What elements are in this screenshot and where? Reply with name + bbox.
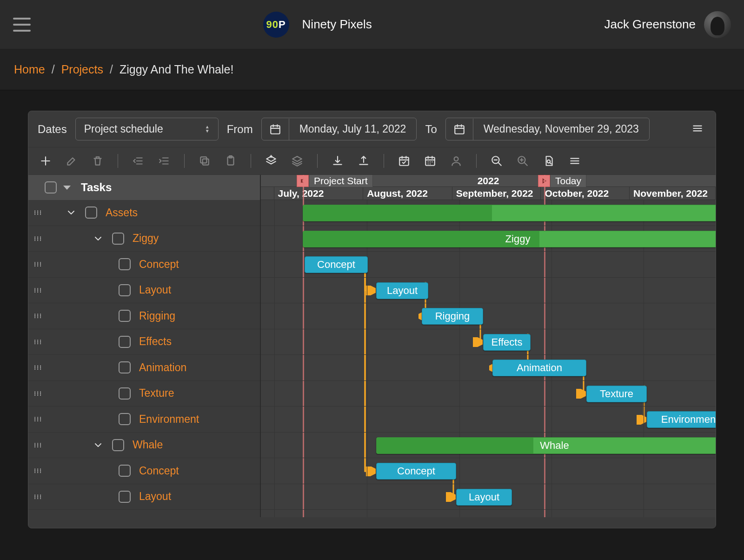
gantt-bar-env[interactable]: Environment bbox=[647, 411, 716, 428]
drag-handle-icon[interactable]: ⁞⁞⁞ bbox=[34, 467, 42, 474]
outdent-button[interactable] bbox=[131, 154, 145, 168]
gantt-bar-assets[interactable] bbox=[303, 205, 716, 221]
zoom-out-button[interactable] bbox=[490, 154, 504, 168]
task-checkbox[interactable] bbox=[119, 465, 131, 477]
avatar[interactable] bbox=[704, 11, 731, 38]
gantt-bar-effects[interactable]: Effects bbox=[483, 334, 531, 351]
svg-rect-3 bbox=[200, 157, 206, 163]
task-checkbox[interactable] bbox=[112, 439, 124, 451]
drag-handle-icon[interactable]: ⁞⁞⁞ bbox=[34, 312, 42, 320]
export-button[interactable] bbox=[357, 154, 371, 168]
task-checkbox[interactable] bbox=[119, 491, 131, 503]
paste-button[interactable] bbox=[224, 154, 238, 168]
gantt-bar-layout[interactable]: Layout bbox=[376, 282, 428, 299]
calendar-grid-button[interactable] bbox=[423, 154, 437, 168]
gantt-bar-whale[interactable]: Whale bbox=[376, 437, 716, 454]
gantt-chart[interactable]: 2022 Project Start Today July, 2022Augus… bbox=[261, 175, 716, 517]
task-checkbox[interactable] bbox=[119, 361, 131, 373]
gantt-bar-rigging[interactable]: Rigging bbox=[422, 308, 483, 325]
layers-add-button[interactable] bbox=[264, 154, 278, 168]
gantt-bar-ziggy[interactable]: Ziggy bbox=[303, 231, 716, 247]
calendar-icon bbox=[446, 119, 473, 140]
task-link[interactable]: Texture bbox=[139, 387, 174, 400]
task-row-texture[interactable]: ⁞⁞⁞Texture bbox=[28, 381, 260, 407]
task-checkbox[interactable] bbox=[119, 258, 131, 270]
indent-button[interactable] bbox=[157, 154, 171, 168]
drag-handle-icon[interactable]: ⁞⁞⁞ bbox=[34, 415, 42, 423]
task-checkbox[interactable] bbox=[119, 387, 131, 400]
calendar-check-button[interactable] bbox=[397, 154, 411, 168]
task-link[interactable]: Assets bbox=[106, 207, 138, 219]
expand-toggle-icon[interactable] bbox=[93, 233, 104, 245]
gantt-bar-concept[interactable]: Concept bbox=[305, 256, 368, 273]
task-row-assets[interactable]: ⁞⁞⁞Assets bbox=[28, 200, 260, 226]
gantt-bar-animation[interactable]: Animation bbox=[492, 360, 586, 376]
delete-button[interactable] bbox=[91, 154, 105, 168]
toolbar bbox=[28, 147, 716, 175]
drag-handle-icon[interactable]: ⁞⁞⁞ bbox=[34, 338, 42, 346]
from-date-picker[interactable]: Monday, July 11, 2022 bbox=[261, 118, 417, 140]
gantt-bar-texture[interactable]: Texture bbox=[586, 386, 647, 402]
drag-handle-icon[interactable]: ⁞⁞⁞ bbox=[34, 260, 42, 268]
expand-toggle-icon[interactable] bbox=[93, 439, 104, 451]
task-link[interactable]: Ziggy bbox=[133, 232, 159, 245]
drag-handle-icon[interactable]: ⁞⁞⁞ bbox=[34, 287, 42, 294]
task-checkbox[interactable] bbox=[119, 284, 131, 296]
task-row-wconcept[interactable]: ⁞⁞⁞Concept bbox=[28, 458, 260, 484]
task-link[interactable]: Whale bbox=[133, 439, 163, 451]
task-row-ziggy[interactable]: ⁞⁞⁞Ziggy bbox=[28, 226, 260, 252]
gantt-bar-wconcept[interactable]: Concept bbox=[376, 463, 456, 480]
month-cell: September, 2022 bbox=[452, 187, 541, 200]
task-checkbox[interactable] bbox=[119, 336, 131, 348]
task-row-rigging[interactable]: ⁞⁞⁞Rigging bbox=[28, 303, 260, 329]
main-menu-button[interactable] bbox=[13, 18, 31, 32]
drag-handle-icon[interactable]: ⁞⁞⁞ bbox=[34, 493, 42, 500]
task-link[interactable]: Environment bbox=[139, 413, 199, 426]
task-link[interactable]: Rigging bbox=[139, 310, 175, 322]
task-link[interactable]: Concept bbox=[139, 465, 179, 477]
user-menu[interactable]: Jack Greenstone bbox=[604, 11, 731, 38]
task-checkbox[interactable] bbox=[119, 413, 131, 425]
task-link[interactable]: Layout bbox=[139, 284, 171, 296]
schedule-select[interactable]: Project schedule ▲▼ bbox=[75, 118, 219, 140]
task-row-wlayout[interactable]: ⁞⁞⁞Layout bbox=[28, 484, 260, 510]
breadcrumb-home[interactable]: Home bbox=[14, 63, 45, 76]
panel-menu-icon[interactable] bbox=[689, 120, 706, 139]
task-row-effects[interactable]: ⁞⁞⁞Effects bbox=[28, 329, 260, 355]
import-button[interactable] bbox=[331, 154, 345, 168]
tree-header-caret-icon[interactable] bbox=[63, 186, 71, 190]
task-row-layout[interactable]: ⁞⁞⁞Layout bbox=[28, 278, 260, 304]
task-checkbox[interactable] bbox=[112, 233, 124, 245]
gantt-bar-wlayout[interactable]: Layout bbox=[456, 489, 512, 506]
drag-handle-icon[interactable]: ⁞⁞⁞ bbox=[34, 441, 42, 449]
tree-title: Tasks bbox=[81, 181, 112, 194]
breadcrumb-projects[interactable]: Projects bbox=[61, 63, 103, 76]
task-link[interactable]: Effects bbox=[139, 335, 172, 348]
project-start-marker[interactable]: Project Start bbox=[297, 175, 373, 187]
add-button[interactable] bbox=[39, 154, 53, 168]
task-checkbox[interactable] bbox=[119, 310, 131, 322]
more-menu-button[interactable] bbox=[568, 154, 582, 168]
expand-toggle-icon[interactable] bbox=[66, 207, 77, 219]
task-row-whale[interactable]: ⁞⁞⁞Whale bbox=[28, 433, 260, 459]
task-link[interactable]: Layout bbox=[139, 490, 171, 503]
to-date-picker[interactable]: Wednesday, November 29, 2023 bbox=[445, 118, 650, 140]
task-row-concept[interactable]: ⁞⁞⁞Concept bbox=[28, 252, 260, 278]
person-button[interactable] bbox=[449, 154, 463, 168]
select-all-checkbox[interactable] bbox=[45, 181, 57, 193]
task-link[interactable]: Concept bbox=[139, 258, 179, 271]
edit-button[interactable] bbox=[65, 154, 79, 168]
task-row-env[interactable]: ⁞⁞⁞Environment bbox=[28, 407, 260, 433]
gantt-bar-label: Concept bbox=[317, 259, 355, 271]
document-find-button[interactable] bbox=[542, 154, 556, 168]
drag-handle-icon[interactable]: ⁞⁞⁞ bbox=[34, 209, 42, 216]
copy-button[interactable] bbox=[198, 154, 212, 168]
task-checkbox[interactable] bbox=[85, 207, 97, 219]
layers-button[interactable] bbox=[290, 154, 304, 168]
task-link[interactable]: Animation bbox=[139, 361, 186, 374]
zoom-in-button[interactable] bbox=[516, 154, 530, 168]
drag-handle-icon[interactable]: ⁞⁞⁞ bbox=[34, 390, 42, 397]
drag-handle-icon[interactable]: ⁞⁞⁞ bbox=[34, 364, 42, 371]
task-row-animation[interactable]: ⁞⁞⁞Animation bbox=[28, 355, 260, 381]
drag-handle-icon[interactable]: ⁞⁞⁞ bbox=[34, 235, 42, 242]
